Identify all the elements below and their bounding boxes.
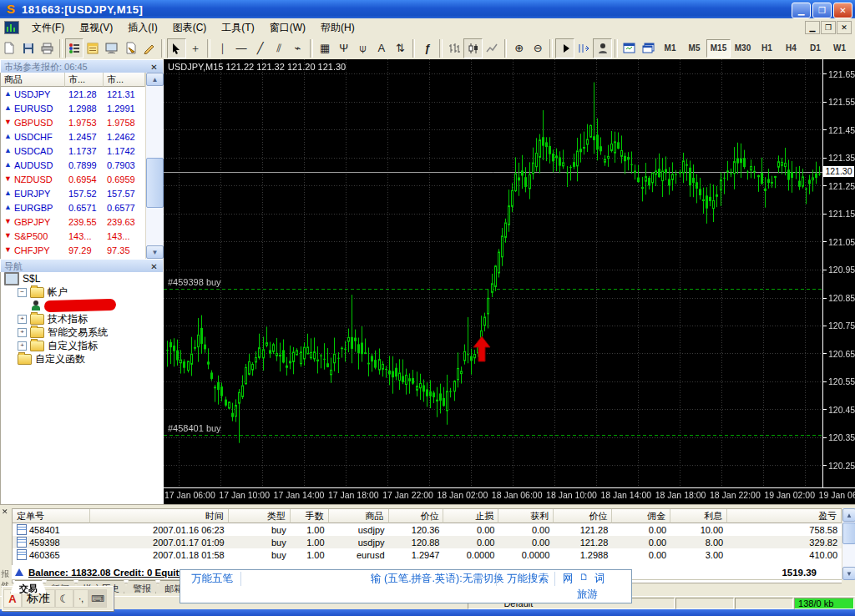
title-bar[interactable]: S 181663:[USDJPY,M15] ▁ ❐ ✕ [0, 0, 855, 18]
terminal-close-icon[interactable]: ✕ [2, 507, 8, 516]
menu-item-4[interactable]: 图表(C) [165, 18, 215, 38]
market-watch-row-EURGBP[interactable]: ▲EURGBP0.65710.6577 [1, 200, 145, 215]
market-watch-row-S&P500[interactable]: ▼S&P500143...143... [1, 229, 145, 243]
mdi-restore-button[interactable]: ❐ [821, 21, 836, 34]
timeframe-h1[interactable]: H1 [755, 39, 779, 58]
candlestick-chart-canvas[interactable] [164, 59, 855, 504]
ime-candidate[interactable]: 旅游 [577, 588, 598, 602]
scroll-up-button[interactable]: ▲ [146, 73, 164, 86]
market-watch-column-header[interactable]: 商品 [1, 73, 65, 87]
scroll-thumb[interactable] [842, 523, 855, 544]
orders-column-header[interactable]: 类型 [229, 509, 291, 523]
market-watch-close-icon[interactable]: ✕ [149, 62, 159, 72]
tree-item-自定义函数[interactable]: 自定义函数 [1, 352, 164, 366]
terminal-scrollbar[interactable]: ▲ ▼ [842, 508, 855, 580]
timeframe-d1[interactable]: D1 [803, 39, 827, 58]
data-window-icon[interactable] [83, 38, 103, 58]
orders-column-header[interactable]: 利息 [670, 509, 727, 523]
scroll-down-button[interactable]: ▼ [842, 567, 855, 580]
zoom-in-icon[interactable]: ⊕ [509, 38, 529, 58]
collapse-icon[interactable]: − [18, 288, 27, 297]
orders-column-header[interactable]: 时间 [90, 509, 229, 523]
terminal-tab-1[interactable]: 交易 [10, 580, 47, 593]
chart-profile-icon[interactable] [639, 38, 658, 58]
menu-item-2[interactable]: 显视(V) [72, 18, 120, 38]
navigator-icon[interactable] [103, 38, 122, 58]
close-button[interactable]: ✕ [833, 3, 852, 18]
cursor-icon[interactable] [167, 38, 186, 58]
tree-item-自定义指标[interactable]: +自定义指标 [1, 339, 164, 352]
ime-search-button[interactable]: 万能搜索 [507, 572, 549, 586]
menu-item-5[interactable]: 工具(T) [214, 18, 261, 38]
timeframe-h4[interactable]: H4 [779, 39, 803, 58]
order-row-458401[interactable]: 4584012007.01.16 06:23buy1.00usdjpy120.3… [13, 523, 842, 536]
indicators-icon[interactable]: ƒ [417, 38, 437, 58]
expand-icon[interactable]: + [18, 315, 27, 324]
tree-item-S$L[interactable]: S$L [1, 272, 164, 285]
market-watch-icon[interactable] [65, 38, 84, 58]
scroll-up-button[interactable]: ▲ [842, 508, 855, 522]
strategy-tester-icon[interactable] [593, 38, 612, 58]
new-window-icon[interactable] [620, 38, 640, 58]
timeframe-m1[interactable]: M1 [658, 39, 682, 58]
market-watch-row-USDCAD[interactable]: ▲USDCAD1.17371.1742 [1, 144, 145, 158]
new-order-icon[interactable] [140, 38, 159, 58]
line-chart-icon[interactable] [483, 38, 502, 58]
navigator-close-icon[interactable]: ✕ [149, 261, 159, 271]
tree-item-技术指标[interactable]: +技术指标 [1, 312, 164, 326]
bar-chart-icon[interactable] [445, 38, 464, 58]
orders-column-header[interactable]: 商品 [329, 509, 389, 523]
expand-icon[interactable]: + [18, 328, 27, 337]
orders-column-header[interactable]: 止损 [443, 509, 498, 523]
orders-column-header[interactable]: 定单号 [13, 509, 90, 523]
ime-keyboard-icon[interactable]: ⌨ [89, 589, 107, 608]
pitchfork-icon[interactable]: Ψ [334, 38, 353, 58]
restore-button[interactable]: ❐ [812, 3, 832, 18]
terminal-icon[interactable] [121, 38, 140, 58]
market-watch-row-USDJPY[interactable]: ▲USDJPY121.28121.31 [1, 87, 145, 101]
orders-column-header[interactable]: 佣金 [612, 509, 670, 523]
order-row-460365[interactable]: 4603652007.01.18 01:58buy1.00eurusd1.294… [13, 548, 842, 561]
fibonacci-icon[interactable]: ⌁ [288, 38, 307, 58]
tree-item-account[interactable] [1, 299, 164, 312]
market-watch-row-EURJPY[interactable]: ▲EURJPY157.52157.57 [1, 186, 145, 200]
market-watch-row-AUDUSD[interactable]: ▲AUDUSD0.78990.7903 [1, 158, 145, 172]
chart-shift-icon[interactable] [574, 38, 594, 58]
trendline-icon[interactable]: ╱ [250, 38, 270, 58]
auto-scroll-icon[interactable] [555, 38, 574, 58]
text-icon[interactable]: A [372, 38, 392, 58]
terminal-tab-4[interactable]: 警报 [124, 580, 160, 593]
timeframe-w1[interactable]: W1 [827, 39, 852, 58]
ime-app-name[interactable]: 万能五笔 [191, 572, 233, 586]
grid-icon[interactable]: ▦ [316, 38, 335, 58]
minimize-button[interactable]: ▁ [792, 3, 811, 18]
save-icon[interactable] [19, 38, 38, 58]
timeframe-m15[interactable]: M15 [706, 39, 731, 58]
menu-item-1[interactable]: 文件(F) [24, 18, 72, 38]
mdi-close-button[interactable]: ✕ [837, 21, 852, 34]
ime-punctuation-icon[interactable]: ·, [73, 589, 89, 608]
orders-column-header[interactable]: 盈亏 [727, 509, 842, 523]
market-watch-row-GBPUSD[interactable]: ▼GBPUSD1.97531.9758 [1, 115, 145, 129]
channel-icon[interactable]: ⫽ [270, 38, 289, 58]
orders-column-header[interactable]: 手数 [291, 509, 329, 523]
menu-item-3[interactable]: 插入(I) [120, 18, 164, 38]
arrow-symbols-icon[interactable]: ⇅ [391, 38, 410, 58]
market-watch-row-NZDUSD[interactable]: ▼NZDUSD0.69540.6959 [1, 172, 145, 186]
orders-column-header[interactable]: 价位 [554, 509, 612, 523]
taskbar-edge[interactable] [0, 609, 855, 616]
chart-mdi-icon[interactable] [4, 21, 19, 34]
orders-column-header[interactable]: 获利 [498, 509, 554, 523]
ime-net-button[interactable]: 网 [563, 572, 574, 586]
ime-fullhalf-icon[interactable]: ☾ [55, 589, 73, 608]
market-watch-column-header[interactable]: 市... [104, 73, 145, 87]
horizontal-line-icon[interactable]: — [232, 38, 251, 58]
scroll-down-button[interactable]: ▼ [146, 245, 164, 259]
order-row-459398[interactable]: 4593982007.01.17 01:09buy1.00usdjpy120.8… [13, 536, 842, 548]
zoom-out-icon[interactable]: ⊖ [529, 38, 548, 58]
mdi-minimize-button[interactable]: ▁ [805, 21, 820, 34]
timeframe-m30[interactable]: M30 [731, 39, 755, 58]
menu-item-6[interactable]: 窗口(W) [262, 18, 313, 38]
crosshair-icon[interactable]: ＋ [186, 38, 205, 58]
timeframe-m5[interactable]: M5 [682, 39, 706, 58]
